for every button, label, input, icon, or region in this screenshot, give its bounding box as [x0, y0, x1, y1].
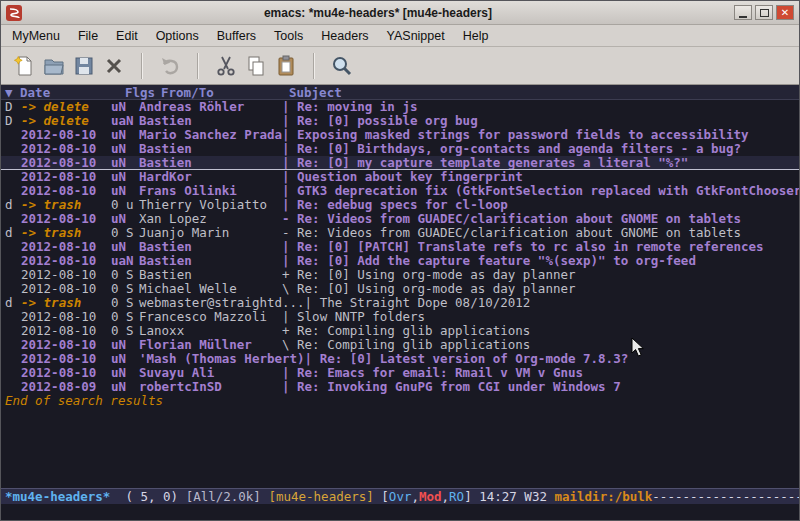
row-from: Bastien [139, 142, 282, 156]
column-header-from[interactable]: From/To [161, 85, 214, 100]
row-date: 2012-08-10 [21, 366, 111, 380]
minibuffer[interactable] [1, 504, 799, 520]
row-subject: | Re: [0] [PATCH] Translate refs to rc a… [282, 240, 799, 254]
row-from: Francesco Mazzoli [139, 310, 282, 324]
message-row[interactable]: 2012-08-10 uaN Bastien | Re: [0] Add the… [1, 254, 799, 268]
message-row[interactable]: 2012-08-10 uN Florian Müllner \ Re: Comp… [1, 338, 799, 352]
menu-item-buffers[interactable]: Buffers [208, 26, 265, 46]
menu-item-edit[interactable]: Edit [107, 26, 147, 46]
row-flags: uaN [111, 254, 139, 268]
window-title: emacs: *mu4e-headers* [mu4e-headers] [22, 6, 734, 20]
row-mark [5, 366, 21, 380]
message-row[interactable]: 2012-08-10 uN Frans Oilinki | GTK3 depre… [1, 184, 799, 198]
menu-item-tools[interactable]: Tools [265, 26, 312, 46]
row-subject: | Re: edebug specs for cl-loop [282, 198, 799, 212]
message-row[interactable]: 2012-08-10 uN Bastien | Re: [O] my captu… [1, 156, 799, 170]
row-subject: - Re: Videos from GUADEC/clarification a… [282, 226, 799, 240]
row-mark: d [5, 226, 21, 240]
copy-icon [244, 54, 268, 78]
row-subject: | Re: moving in js [282, 100, 799, 114]
message-row[interactable]: D -> delete uN Andreas Röhler | Re: movi… [1, 100, 799, 114]
mode-line[interactable]: *mu4e-headers* ( 5, 0) [All/2.0k] [mu4e-… [1, 488, 799, 504]
row-from: Bastien [139, 268, 282, 282]
undo-button[interactable] [155, 51, 185, 81]
menu-item-yasnippet[interactable]: YASnippet [378, 26, 454, 46]
row-flags: uN [111, 170, 139, 184]
menu-item-help[interactable]: Help [454, 26, 498, 46]
row-from: Bastien [139, 254, 282, 268]
message-row[interactable]: D -> delete uaN Bastien | Re: [0] possib… [1, 114, 799, 128]
new-file-button[interactable] [9, 51, 39, 81]
row-flags: uN [111, 380, 139, 394]
modeline-segment: ( 5, 0) [125, 489, 178, 504]
row-flags: uN [111, 100, 139, 114]
row-from: Suvayu Ali [139, 366, 282, 380]
message-row[interactable]: d -> trash 0 S webmaster@straightd... | … [1, 296, 799, 310]
column-header-date[interactable]: ▼ Date [5, 85, 50, 100]
row-subject: + Re: Compiling glib applications [282, 324, 799, 338]
row-from: Mario Sanchez Prada [139, 128, 282, 142]
message-row[interactable]: d -> trash 0 u Thierry Volpiatto | Re: e… [1, 198, 799, 212]
modeline-segment: 14:27 [479, 489, 517, 504]
row-flags: 0 S [111, 268, 139, 282]
message-row[interactable]: 2012-08-09 uN robertcInSD | Re: Invoking… [1, 380, 799, 394]
open-file-icon [42, 54, 66, 78]
open-file-button[interactable] [39, 51, 69, 81]
maximize-button[interactable] [755, 5, 773, 20]
titlebar[interactable]: emacs: *mu4e-headers* [mu4e-headers] ✕ [1, 1, 799, 25]
close-buffer-button[interactable] [99, 51, 129, 81]
row-subject: | Slow NNTP folders [282, 310, 799, 324]
column-header-flags[interactable]: Flgs [125, 85, 155, 100]
message-row[interactable]: 2012-08-10 uN HardKor | Question about k… [1, 170, 799, 184]
modeline-segment: ] [464, 489, 479, 504]
row-flags: uN [111, 366, 139, 380]
row-flags: uN [111, 352, 139, 366]
message-row[interactable]: 2012-08-10 uN Xan Lopez - Re: Videos fro… [1, 212, 799, 226]
minimize-button[interactable] [734, 5, 752, 20]
message-row[interactable]: 2012-08-10 uN Bastien | Re: [0] [PATCH] … [1, 240, 799, 254]
row-from: Juanjo Marin [139, 226, 282, 240]
save-button[interactable] [69, 51, 99, 81]
close-button[interactable]: ✕ [776, 5, 794, 20]
row-date: 2012-08-10 [21, 170, 111, 184]
message-row[interactable]: 2012-08-10 uN Suvayu Ali | Re: Emacs for… [1, 366, 799, 380]
modeline-segment: , [442, 489, 450, 504]
column-header-subject[interactable]: Subject [289, 85, 342, 100]
menu-item-mymenu[interactable]: MyMenu [3, 26, 69, 46]
message-row[interactable]: d -> trash 0 S Juanjo Marin - Re: Videos… [1, 226, 799, 240]
menu-item-headers[interactable]: Headers [312, 26, 377, 46]
close-buffer-icon [102, 54, 126, 78]
cut-button[interactable] [211, 51, 241, 81]
row-flags: uN [111, 142, 139, 156]
modeline-segment: , [411, 489, 419, 504]
row-date: 2012-08-10 [21, 268, 111, 282]
new-file-icon [12, 54, 36, 78]
menu-item-options[interactable]: Options [147, 26, 208, 46]
row-flags: 0 S [111, 282, 139, 296]
message-row[interactable]: 2012-08-10 uN Mario Sanchez Prada | Expo… [1, 128, 799, 142]
end-of-results: End of search results [1, 394, 799, 408]
menu-bar: MyMenuFileEditOptionsBuffersToolsHeaders… [1, 25, 799, 47]
row-from: webmaster@straightd... [139, 296, 305, 310]
row-subject: - Re: Videos from GUADEC/clarification a… [282, 212, 799, 226]
row-subject: | Re: [O] my capture template generates … [282, 156, 799, 169]
paste-button[interactable] [271, 51, 301, 81]
menu-item-file[interactable]: File [69, 26, 107, 46]
row-mark [5, 184, 21, 198]
message-row[interactable]: 2012-08-10 0 S Bastien + Re: [0] Using o… [1, 268, 799, 282]
copy-button[interactable] [241, 51, 271, 81]
message-row[interactable]: 2012-08-10 uN 'Mash (Thomas Herbert) | R… [1, 352, 799, 366]
cut-icon [214, 54, 238, 78]
modeline-segment: Ovr [389, 489, 412, 504]
row-mark [5, 380, 21, 394]
message-row[interactable]: 2012-08-10 0 S Francesco Mazzoli | Slow … [1, 310, 799, 324]
message-row[interactable]: 2012-08-10 0 S Lanoxx + Re: Compiling gl… [1, 324, 799, 338]
row-date: 2012-08-10 [21, 338, 111, 352]
search-button[interactable] [327, 51, 357, 81]
row-from: Bastien [139, 114, 282, 128]
row-date: -> trash [21, 226, 111, 240]
message-row[interactable]: 2012-08-10 uN Bastien | Re: [0] Birthday… [1, 142, 799, 156]
save-icon [72, 54, 96, 78]
row-date: 2012-08-10 [21, 282, 111, 296]
message-row[interactable]: 2012-08-10 0 S Michael Welle \ Re: [O] U… [1, 282, 799, 296]
